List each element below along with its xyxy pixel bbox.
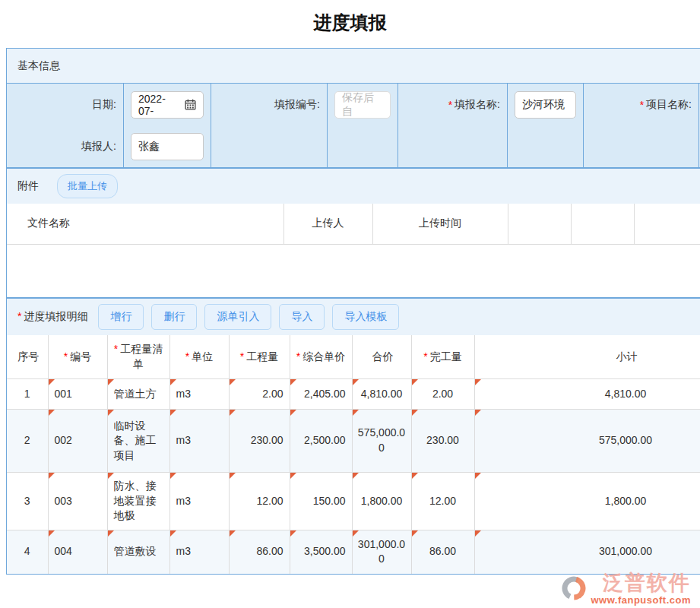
basic-info-form: 日期: 2022-07- 填报编号: 保存后自 * 填报名称: 沙河环境: [7, 84, 700, 167]
empty-cell: [211, 125, 327, 167]
cell-code[interactable]: 003: [48, 473, 107, 530]
cell-completed-qty[interactable]: 86.00: [411, 530, 474, 574]
details-section: *进度填报明细 增行 删行 源单引入 导入 导入模板 序号 *编号 *工程量清单…: [6, 298, 700, 575]
page-title: 进度填报: [0, 11, 700, 35]
cell-seq: 2: [7, 410, 48, 473]
col-header-quantity: *工程量: [229, 335, 290, 379]
col-header-subtotal: 小计: [474, 335, 700, 379]
cell-unit-price[interactable]: 2,500.00: [290, 410, 352, 473]
report-name-input[interactable]: 沙河环境: [515, 91, 576, 119]
col-header-upload-time: 上传时间: [372, 204, 508, 244]
batch-upload-button[interactable]: 批量上传: [57, 174, 118, 198]
col-header-empty: [571, 204, 634, 244]
date-label: 日期:: [7, 84, 123, 125]
cell-quantity[interactable]: 2.00: [229, 379, 290, 410]
cell-unit[interactable]: m3: [169, 530, 229, 574]
cell-completed-qty[interactable]: 230.00: [411, 410, 474, 473]
attachments-table: 文件名称 上传人 上传时间: [7, 204, 700, 245]
attachments-empty-body: [7, 245, 700, 297]
source-import-button[interactable]: 源单引入: [204, 304, 271, 330]
vendor-url: www.fanpusoft.com: [591, 594, 691, 606]
cell-total-price[interactable]: 1,800.00: [352, 473, 411, 530]
cell-subtotal[interactable]: 301,000.00: [474, 530, 700, 574]
details-header: *进度填报明细 增行 删行 源单引入 导入 导入模板: [7, 299, 700, 335]
cell-seq: 3: [7, 473, 48, 530]
details-table: 序号 *编号 *工程量清单 *单位 *工程量 *综合单价 合价 *完工量 小计 …: [7, 335, 700, 574]
cell-unit-price[interactable]: 3,500.00: [290, 530, 352, 574]
report-name-label: * 填报名称:: [398, 84, 507, 125]
cell-quantity[interactable]: 230.00: [229, 410, 290, 473]
col-header-uploader: 上传人: [283, 204, 372, 244]
cell-unit-price[interactable]: 150.00: [290, 473, 352, 530]
col-header-seq: 序号: [7, 335, 48, 379]
empty-cell: [327, 125, 398, 167]
filler-label: 填报人:: [7, 125, 123, 167]
cell-unit[interactable]: m3: [169, 379, 229, 410]
calendar-icon[interactable]: [185, 99, 196, 110]
import-button[interactable]: 导入: [279, 304, 325, 330]
project-name-label: * 项目名称:: [583, 84, 698, 125]
col-header-boq: *工程量清单: [107, 335, 169, 379]
delete-row-button[interactable]: 删行: [151, 304, 197, 330]
filler-cell: 张鑫: [123, 125, 211, 167]
col-header-unit: *单位: [169, 335, 229, 379]
cell-seq: 4: [7, 530, 48, 574]
cell-code[interactable]: 004: [48, 530, 107, 574]
cell-subtotal[interactable]: 575,000.00: [474, 410, 700, 473]
col-header-code: *编号: [48, 335, 107, 379]
empty-cell: [583, 125, 698, 167]
empty-cell: [507, 125, 583, 167]
col-header-completed-qty: *完工量: [411, 335, 474, 379]
attachments-header: 附件 批量上传: [7, 169, 700, 204]
table-row: 2 002 临时设备、施工项目 m3 230.00 2,500.00 575,0…: [7, 410, 700, 473]
report-no-input[interactable]: 保存后自: [334, 91, 391, 119]
cell-total-price[interactable]: 301,000.00: [352, 530, 411, 574]
cell-seq: 1: [7, 379, 48, 410]
table-row: 4 004 管道敷设 m3 86.00 3,500.00 301,000.00 …: [7, 530, 700, 574]
cell-subtotal[interactable]: 1,800.00: [474, 473, 700, 530]
table-row: 3 003 防水、接地装置接地极 m3 12.00 150.00 1,800.0…: [7, 473, 700, 530]
cell-code[interactable]: 002: [48, 410, 107, 473]
required-asterisk: *: [448, 99, 452, 111]
col-header-empty: [634, 204, 700, 244]
report-no-cell: 保存后自: [327, 84, 398, 125]
cell-total-price[interactable]: 4,810.00: [352, 379, 411, 410]
cell-subtotal[interactable]: 4,810.00: [474, 379, 700, 410]
cell-unit[interactable]: m3: [169, 410, 229, 473]
cell-total-price[interactable]: 575,000.00: [352, 410, 411, 473]
cell-boq[interactable]: 管道敷设: [107, 530, 169, 574]
empty-cell: [398, 125, 507, 167]
basic-info-header: 基本信息: [7, 49, 700, 84]
filler-input[interactable]: 张鑫: [131, 133, 204, 160]
date-cell: 2022-07-: [123, 84, 211, 125]
col-header-empty: [508, 204, 571, 244]
vendor-watermark: 泛普软件 www.fanpusoft.com: [559, 572, 691, 606]
cell-quantity[interactable]: 86.00: [229, 530, 290, 574]
col-header-unit-price: *综合单价: [290, 335, 352, 379]
vendor-logo-icon: [559, 572, 589, 606]
cell-boq[interactable]: 防水、接地装置接地极: [107, 473, 169, 530]
cell-code[interactable]: 001: [48, 379, 107, 410]
report-no-label: 填报编号:: [211, 84, 327, 125]
required-asterisk: *: [640, 99, 644, 111]
basic-info-title: 基本信息: [17, 59, 60, 73]
cell-unit[interactable]: m3: [169, 473, 229, 530]
add-row-button[interactable]: 增行: [98, 304, 144, 330]
attachments-section: 附件 批量上传 文件名称 上传人 上传时间: [6, 168, 700, 298]
details-title: *进度填报明细: [17, 310, 87, 324]
attachments-title: 附件: [17, 179, 39, 193]
vendor-name: 泛普软件: [603, 572, 691, 594]
date-input[interactable]: 2022-07-: [131, 91, 204, 119]
cell-quantity[interactable]: 12.00: [229, 473, 290, 530]
cell-unit-price[interactable]: 2,405.00: [290, 379, 352, 410]
required-asterisk: *: [17, 310, 21, 322]
basic-info-section: 基本信息 日期: 2022-07- 填报编号: 保存后自 * 填报名称:: [6, 48, 700, 168]
cell-completed-qty[interactable]: 2.00: [411, 379, 474, 410]
table-row: 1 001 管道土方 m3 2.00 2,405.00 4,810.00 2.0…: [7, 379, 700, 410]
col-header-file-name: 文件名称: [7, 204, 283, 244]
import-template-button[interactable]: 导入模板: [332, 304, 399, 330]
cell-boq[interactable]: 临时设备、施工项目: [107, 410, 169, 473]
col-header-total-price: 合价: [352, 335, 411, 379]
cell-completed-qty[interactable]: 12.00: [411, 473, 474, 530]
cell-boq[interactable]: 管道土方: [107, 379, 169, 410]
